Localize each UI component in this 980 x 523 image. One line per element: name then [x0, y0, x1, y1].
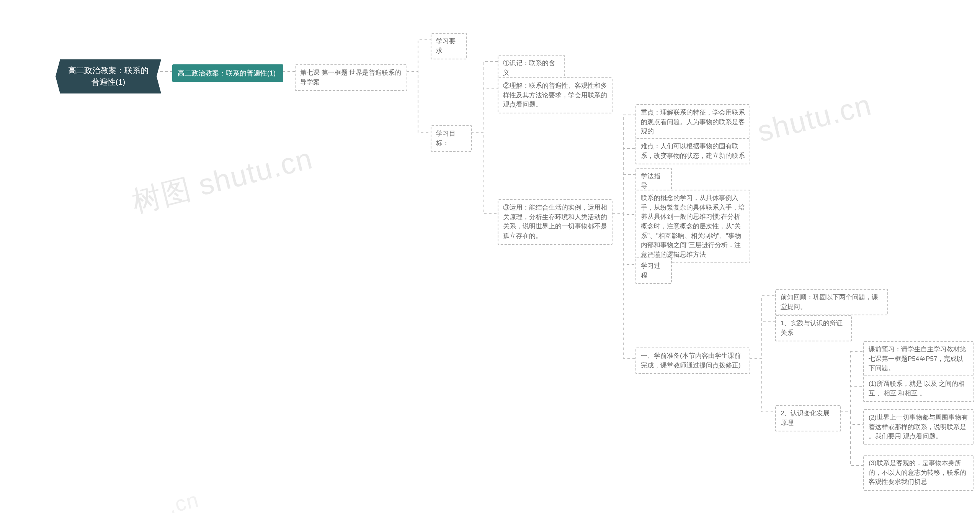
node-preclass-prep[interactable]: 一、学前准备(本节内容由学生课前完成，课堂教师通过提问点拨修正): [635, 348, 750, 374]
node-prev-review[interactable]: 前知回顾：巩固以下两个问题，课堂提问。: [775, 289, 888, 315]
node-method-detail[interactable]: 联系的概念的学习，从具体事例入手，从纷繁复杂的具体联系入手，培养从具体到一般的思…: [635, 190, 750, 263]
watermark: .cn: [166, 487, 201, 518]
node-preview[interactable]: 课前预习：请学生自主学习教材第七课第一框题P54至P57，完成以下问题。: [863, 341, 974, 377]
node-keypoint[interactable]: 重点：理解联系的特征，学会用联系的观点看问题。人为事物的联系是客观的: [635, 104, 750, 140]
node-learning-goals[interactable]: 学习目标：: [431, 125, 472, 152]
node-q2[interactable]: (2)世界上一切事物都与周围事物有着这样或那样的联系，说明联系是 。我们要用 观…: [863, 409, 974, 445]
node-q1[interactable]: (1)所谓联系，就是 以及 之间的相互 、相互 和相互 。: [863, 375, 974, 402]
root-node[interactable]: 高二政治教案：联系的普遍性(1): [56, 59, 161, 93]
watermark: 树图 shutu.cn: [128, 139, 317, 222]
node-learning-process[interactable]: 学习过程: [635, 257, 672, 284]
node-item-1[interactable]: 1、实践与认识的辩证关系: [775, 315, 852, 341]
node-goal-2[interactable]: ②理解：联系的普遍性、客观性和多样性及其方法论要求，学会用联系的观点看问题。: [498, 77, 612, 113]
node-level2[interactable]: 第七课 第一框题 世界是普遍联系的导学案: [295, 64, 407, 91]
node-item-2[interactable]: 2、认识变化发展原理: [775, 405, 841, 431]
node-level1[interactable]: 高二政治教案：联系的普遍性(1): [172, 64, 283, 82]
node-learning-requirements[interactable]: 学习要求: [431, 33, 467, 59]
node-difficulty[interactable]: 难点：人们可以根据事物的固有联系，改变事物的状态，建立新的联系: [635, 138, 750, 164]
node-q3[interactable]: (3)联系是客观的，是事物本身所 的，不以人的意志为转移，联系的客观性要求我们切…: [863, 455, 974, 491]
node-goal-3[interactable]: ③运用：能结合生活的实例，运用相关原理，分析生存环境和人类活动的关系，说明世界上…: [498, 199, 612, 245]
